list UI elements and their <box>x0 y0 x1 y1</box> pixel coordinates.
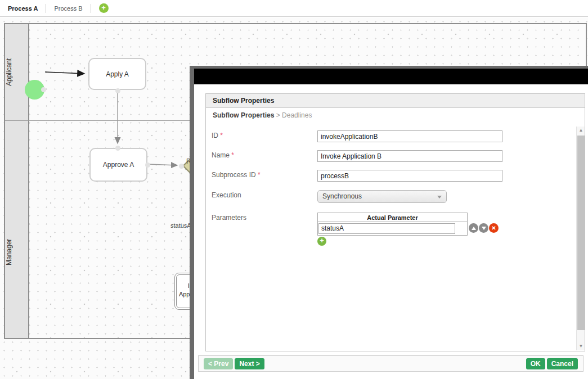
parameter-row <box>318 222 467 235</box>
next-button[interactable]: Next > <box>235 358 264 369</box>
connection-handle[interactable] <box>145 163 150 168</box>
connection-handle[interactable] <box>115 146 120 151</box>
dialog-scrollbar[interactable]: ▲ ▼ <box>576 127 585 350</box>
parameters-table: Actual Parameter <box>317 213 468 236</box>
process-tab-bar: Process A Process B + <box>0 0 588 17</box>
connection-handle[interactable] <box>115 88 120 93</box>
scroll-up-icon[interactable]: ▲ <box>577 127 585 134</box>
id-label: ID * <box>212 132 223 139</box>
required-marker: * <box>220 132 223 139</box>
down-arrow-glyph <box>482 227 486 230</box>
subprocess-id-label-text: Subprocess ID <box>212 171 256 179</box>
execution-label: Execution <box>212 191 241 199</box>
move-down-icon[interactable] <box>479 223 488 233</box>
breadcrumb: Subflow Properties > Deadlines <box>206 108 585 121</box>
task-apply-a-label: Apply A <box>106 70 129 78</box>
task-approve-a[interactable]: Approve A <box>89 148 147 182</box>
scrollbar-thumb[interactable] <box>577 136 585 330</box>
subflow-form: ID * Name * Subprocess ID * Execution <box>206 121 585 351</box>
task-apply-a[interactable]: Apply A <box>88 58 146 90</box>
tab-process-a[interactable]: Process A <box>0 5 46 12</box>
subflow-properties-dialog: Subflow Properties Subflow Properties > … <box>190 66 588 379</box>
confirm-buttons: OK Cancel <box>526 358 578 369</box>
required-marker: * <box>231 151 234 159</box>
subprocess-id-field[interactable] <box>317 170 502 182</box>
dialog-title-bar[interactable] <box>194 69 588 84</box>
add-process-icon[interactable]: + <box>99 3 109 13</box>
dialog-header: Subflow Properties <box>206 94 585 108</box>
task-approve-a-label: Approve A <box>103 161 134 169</box>
name-label: Name * <box>212 151 234 159</box>
connection-handle[interactable] <box>41 87 46 92</box>
cancel-button[interactable]: Cancel <box>547 358 578 369</box>
subprocess-id-label: Subprocess ID * <box>212 171 261 179</box>
id-label-text: ID <box>212 132 218 139</box>
add-parameter-icon[interactable]: + <box>317 237 326 246</box>
name-label-text: Name <box>212 151 230 159</box>
up-arrow-glyph <box>472 227 476 230</box>
breadcrumb-current[interactable]: Subflow Properties <box>213 111 274 119</box>
lane-label-manager[interactable]: Manager <box>5 198 29 305</box>
prev-button[interactable]: < Prev <box>204 358 233 369</box>
dialog-content-panel: Subflow Properties Subflow Properties > … <box>205 93 585 351</box>
tab-process-b[interactable]: Process B <box>46 5 90 12</box>
connection-handle[interactable] <box>179 164 184 169</box>
parameter-value-field[interactable] <box>318 223 455 234</box>
parameters-table-header: Actual Parameter <box>318 213 467 222</box>
dialog-footer: < Prev Next > OK Cancel <box>198 355 583 372</box>
name-field[interactable] <box>317 150 502 162</box>
execution-select[interactable]: Synchronous <box>317 190 447 203</box>
delete-parameter-icon[interactable]: ✕ <box>489 223 499 233</box>
scroll-down-icon[interactable]: ▼ <box>577 342 585 350</box>
tab-separator <box>91 4 91 13</box>
id-field[interactable] <box>317 130 502 142</box>
parameters-label: Parameters <box>212 214 246 222</box>
required-marker: * <box>258 171 261 179</box>
breadcrumb-separator: > <box>276 111 280 119</box>
process-designer: Process A Process B + Applicant Manager <box>0 0 588 379</box>
ok-button[interactable]: OK <box>526 358 545 369</box>
wizard-nav-buttons: < Prev Next > <box>204 358 264 369</box>
execution-selected-value: Synchronous <box>322 192 362 200</box>
move-up-icon[interactable] <box>469 223 478 233</box>
chevron-down-icon <box>437 196 442 198</box>
breadcrumb-section-deadlines[interactable]: Deadlines <box>282 111 312 119</box>
